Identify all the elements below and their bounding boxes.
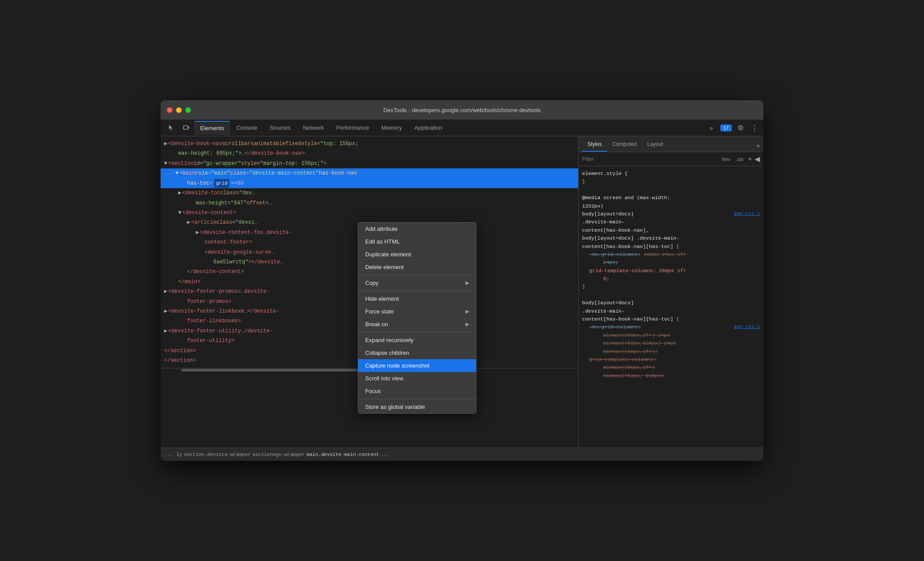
tab-layout[interactable]: Layout bbox=[642, 138, 668, 152]
submenu-arrow: ▶ bbox=[466, 309, 469, 314]
filter-input[interactable] bbox=[582, 156, 716, 162]
prop-ms-grid-r2-val: minmax(268px,1fr) 24px bbox=[582, 332, 760, 339]
ctx-duplicate-element[interactable]: Duplicate element bbox=[358, 248, 476, 261]
prop-grid-template-2: 0; bbox=[582, 275, 760, 283]
more-tabs-button[interactable]: » bbox=[705, 122, 718, 134]
expand-icon[interactable]: ▶ bbox=[164, 287, 167, 296]
expand-icon[interactable]: ▼ bbox=[164, 159, 167, 168]
tab-styles[interactable]: Styles bbox=[582, 138, 607, 152]
maximize-button[interactable] bbox=[185, 107, 191, 113]
ctx-separator bbox=[358, 332, 476, 332]
submenu-arrow: ▶ bbox=[466, 321, 469, 327]
expand-icon[interactable]: ▶ bbox=[164, 139, 167, 148]
dom-line-selected-cont[interactable]: has-toc > grid == $0 bbox=[161, 178, 578, 189]
ctx-expand-recursively[interactable]: Expand recursively bbox=[358, 334, 476, 346]
tab-network[interactable]: Network bbox=[297, 121, 330, 135]
tabbar: Elements Console Sources Network Perform… bbox=[161, 120, 763, 136]
breadcrumb-bar: ... ly section.devsite-wrapper section#g… bbox=[161, 448, 763, 461]
selector-2c: content[has-book-nav][has-toc] { bbox=[582, 315, 760, 323]
ctx-force-state[interactable]: Force state ▶ bbox=[358, 305, 476, 318]
prop-ms-grid-2: 24px; bbox=[582, 259, 760, 266]
hov-filter[interactable]: :hov bbox=[719, 156, 732, 163]
submenu-arrow: ▶ bbox=[466, 280, 469, 286]
devtools-window: DevTools - developers.google.com/web/too… bbox=[161, 100, 763, 461]
breadcrumb-item[interactable]: section.devsite-wrapper bbox=[184, 452, 251, 457]
expand-icon[interactable]: ▶ bbox=[196, 228, 199, 237]
more-options-button[interactable]: ⋮ bbox=[749, 122, 760, 134]
ctx-scroll-into-view[interactable]: Scroll into view bbox=[358, 372, 476, 385]
rule-1-close: } bbox=[582, 283, 760, 291]
element-style-selector: element.style { bbox=[582, 170, 760, 178]
prop-grid-template: grid-template-columns: 268px 1fr bbox=[582, 267, 760, 275]
styles-content: element.style { } @media screen and (max… bbox=[579, 166, 763, 448]
prop-ms-grid-r2: -ms-grid-columns: bbox=[582, 323, 760, 331]
more-style-tabs[interactable]: » bbox=[756, 142, 760, 152]
context-menu: Add attribute Edit as HTML Duplicate ele… bbox=[358, 222, 477, 414]
dom-panel: ▶ <devsite-book-nav scrollbars animatabl… bbox=[161, 136, 579, 448]
expand-icon[interactable]: ▼ bbox=[176, 169, 179, 178]
prop-ms-grid-r2-val3: minmax(160px,1fr); bbox=[582, 348, 760, 356]
cls-filter[interactable]: .cls bbox=[734, 156, 745, 163]
svg-rect-0 bbox=[183, 126, 188, 129]
notification-badge[interactable]: 17 bbox=[720, 124, 732, 131]
rule-source-2[interactable]: app.css:1 bbox=[734, 323, 760, 331]
dom-line-selected[interactable]: ... ▼ <main role="main" class="devsite-m… bbox=[161, 168, 578, 178]
ctx-hide-element[interactable]: Hide element bbox=[358, 292, 476, 305]
tab-console[interactable]: Console bbox=[230, 121, 264, 135]
ctx-edit-as-html[interactable]: Edit as HTML bbox=[358, 235, 476, 248]
settings-button[interactable]: ⚙ bbox=[734, 122, 747, 134]
breadcrumb-item-active[interactable]: main.devsite-main-content bbox=[307, 452, 379, 457]
ctx-capture-screenshot[interactable]: Capture node screenshot bbox=[358, 359, 476, 372]
selector-2a: body[layout=docs] bbox=[582, 299, 760, 307]
media-query-cont: 1252px) bbox=[582, 202, 760, 210]
cursor-icon[interactable] bbox=[164, 121, 178, 135]
selector-1e: content[has-book-nav][has-toc] { bbox=[582, 243, 760, 251]
device-icon[interactable] bbox=[179, 121, 193, 135]
tab-application[interactable]: Application bbox=[408, 121, 449, 135]
tab-performance[interactable]: Performance bbox=[330, 121, 375, 135]
tab-sources[interactable]: Sources bbox=[264, 121, 297, 135]
expand-icon[interactable]: ▶ bbox=[187, 218, 190, 227]
prop-ms-grid-r2-val2: minmax(752px,936px) 24px bbox=[582, 339, 760, 347]
dom-line[interactable]: max-height="647" offset= … bbox=[161, 198, 578, 208]
prop-grid-r2-val: minmax(268px,1fr) bbox=[582, 364, 760, 372]
expand-icon[interactable]: ▼ bbox=[178, 208, 181, 217]
styles-tabs: Styles Computed Layout » bbox=[579, 136, 763, 152]
selector-1b: .devsite-main- bbox=[582, 218, 760, 226]
ctx-separator bbox=[358, 275, 476, 275]
add-style-rule[interactable]: + bbox=[748, 155, 752, 163]
tab-elements[interactable]: Elements bbox=[194, 121, 230, 135]
dom-line[interactable]: ▼ <devsite-content> bbox=[161, 208, 578, 218]
ctx-delete-element[interactable]: Delete element bbox=[358, 261, 476, 273]
expand-icon[interactable]: ▶ bbox=[178, 189, 181, 197]
ctx-break-on[interactable]: Break on ▶ bbox=[358, 318, 476, 331]
ctx-collapse-children[interactable]: Collapse children bbox=[358, 346, 476, 359]
tab-right-controls: » 17 ⚙ ⋮ bbox=[705, 122, 760, 134]
ctx-add-attribute[interactable]: Add attribute bbox=[358, 222, 476, 235]
dom-line[interactable]: ▶ <devsite-book-nav scrollbars animatabl… bbox=[161, 139, 578, 149]
ctx-store-global[interactable]: Store as global variable bbox=[358, 401, 476, 413]
minimize-button[interactable] bbox=[176, 107, 182, 113]
selector-1c: content[has-book-nav], bbox=[582, 226, 760, 234]
ctx-focus[interactable]: Focus bbox=[358, 385, 476, 397]
expand-icon[interactable]: ▶ bbox=[164, 307, 167, 316]
titlebar: DevTools - developers.google.com/web/too… bbox=[161, 100, 763, 120]
styles-panel: Styles Computed Layout » :hov .cls + ◀ bbox=[579, 136, 763, 448]
window-title: DevTools - developers.google.com/web/too… bbox=[383, 107, 541, 113]
prop-ms-grid: -ms-grid-columns: 268px 24px 1fr bbox=[582, 251, 760, 259]
breadcrumb-end-dots: ... bbox=[381, 452, 390, 457]
breadcrumb-item[interactable]: section#gc-wrapper bbox=[253, 452, 305, 457]
ctx-separator bbox=[358, 399, 476, 399]
selector-2b: .devsite-main- bbox=[582, 307, 760, 315]
toggle-panel[interactable]: ◀ bbox=[755, 155, 760, 163]
dom-line[interactable]: max-height: 695px;"> … </devsite-book-na… bbox=[161, 149, 578, 158]
traffic-lights bbox=[167, 107, 191, 113]
ctx-copy[interactable]: Copy ▶ bbox=[358, 277, 476, 289]
tab-memory[interactable]: Memory bbox=[375, 121, 408, 135]
tab-computed[interactable]: Computed bbox=[607, 138, 642, 152]
expand-icon[interactable]: ▶ bbox=[164, 327, 167, 335]
dom-line[interactable]: ▶ <devsite-toc class="dev … bbox=[161, 188, 578, 198]
close-button[interactable] bbox=[167, 107, 172, 113]
breadcrumb-item[interactable]: ly bbox=[176, 452, 182, 457]
dom-line[interactable]: ▼ <section id="gc-wrapper" style="margin… bbox=[161, 159, 578, 168]
